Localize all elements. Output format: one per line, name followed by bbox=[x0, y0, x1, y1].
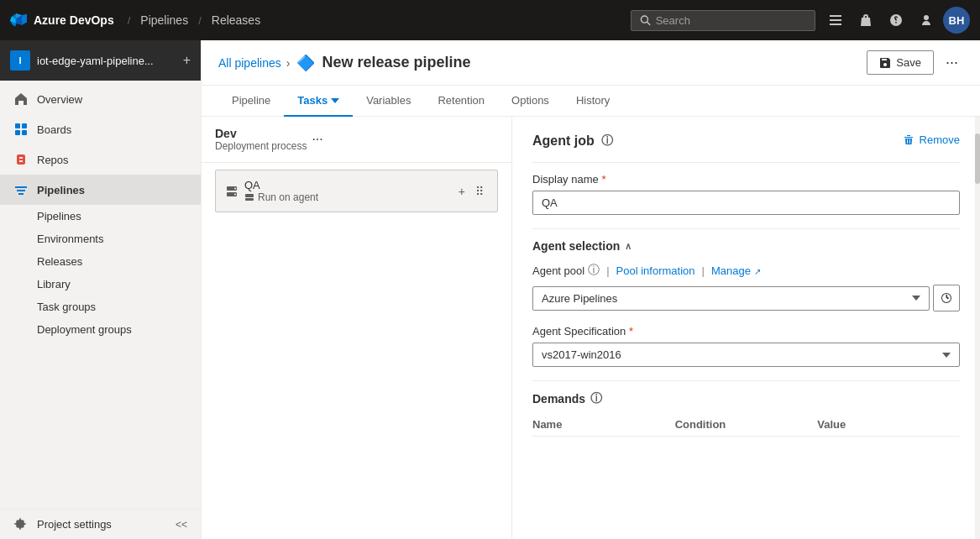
agent-pool-row: Agent pool ⓘ | Pool information | Manage… bbox=[532, 263, 960, 278]
tab-pipeline[interactable]: Pipeline bbox=[218, 86, 284, 117]
sidebar-subitem-library[interactable]: Library bbox=[0, 273, 201, 296]
svg-rect-2 bbox=[830, 15, 841, 17]
svg-rect-13 bbox=[245, 194, 254, 197]
svg-rect-7 bbox=[15, 130, 20, 135]
breadcrumb-pipelines[interactable]: Pipelines bbox=[140, 13, 188, 27]
demands-info-icon[interactable]: ⓘ bbox=[590, 391, 602, 406]
project-icon: I bbox=[10, 50, 30, 71]
agent-panel: Agent job ⓘ Remove Display name bbox=[512, 117, 980, 539]
agent-selection-title: Agent selection ∧ bbox=[532, 239, 960, 253]
tabs-bar: Pipeline Tasks Variables Retention Optio… bbox=[202, 86, 980, 117]
sidebar-item-project-settings[interactable]: Project settings << bbox=[0, 509, 201, 539]
page-title: 🔷 New release pipeline bbox=[296, 54, 470, 72]
remove-button[interactable]: Remove bbox=[903, 133, 960, 146]
demands-condition-col: Condition bbox=[675, 418, 818, 431]
sidebar-item-pipelines[interactable]: Pipelines bbox=[0, 175, 201, 205]
pipeline-icon: 🔷 bbox=[296, 54, 315, 72]
agent-pool-info-icon[interactable]: ⓘ bbox=[588, 263, 600, 278]
sidebar-subitem-deployment-groups[interactable]: Deployment groups bbox=[0, 318, 201, 341]
agent-job-info-icon[interactable]: ⓘ bbox=[601, 133, 613, 149]
qa-task-add-btn[interactable]: + bbox=[455, 183, 469, 200]
dev-stage-name: Dev bbox=[215, 127, 307, 140]
more-button[interactable]: ··· bbox=[941, 50, 963, 75]
breadcrumb-chevron: › bbox=[286, 56, 291, 70]
agent-selection-collapse[interactable]: ∧ bbox=[625, 241, 631, 252]
app-body: I iot-edge-yaml-pipeline... + Overview B… bbox=[0, 40, 980, 539]
sidebar-label-boards: Boards bbox=[37, 123, 71, 136]
qa-task-sub: Run on agent bbox=[244, 191, 448, 203]
sidebar-label-pipelines: Pipelines bbox=[37, 184, 85, 196]
tab-retention[interactable]: Retention bbox=[424, 86, 498, 117]
settings-icon bbox=[13, 517, 29, 532]
server-icon bbox=[226, 186, 238, 197]
breadcrumb-all-pipelines[interactable]: All pipelines bbox=[218, 56, 281, 70]
avatar[interactable]: BH bbox=[943, 7, 970, 34]
remove-label: Remove bbox=[920, 133, 960, 146]
divider3 bbox=[532, 380, 960, 381]
pool-information-link[interactable]: Pool information bbox=[616, 264, 695, 277]
manage-link[interactable]: Manage ↗ bbox=[711, 264, 761, 277]
sidebar-item-boards[interactable]: Boards bbox=[0, 114, 201, 144]
refresh-button[interactable] bbox=[933, 285, 960, 311]
sidebar-subitem-releases[interactable]: Releases bbox=[0, 250, 201, 273]
home-icon bbox=[13, 92, 29, 107]
demands-value-col: Value bbox=[817, 418, 960, 431]
sidebar-subitem-task-groups[interactable]: Task groups bbox=[0, 296, 201, 318]
dev-stage-header: Dev Deployment process ··· bbox=[202, 117, 511, 163]
sidebar-subitem-environments[interactable]: Environments bbox=[0, 228, 201, 250]
project-add-btn[interactable]: + bbox=[183, 53, 191, 68]
sidebar-label-overview: Overview bbox=[37, 93, 82, 106]
search-box[interactable] bbox=[631, 10, 815, 31]
search-input[interactable] bbox=[656, 14, 806, 27]
svg-point-12 bbox=[234, 193, 236, 195]
tab-variables[interactable]: Variables bbox=[353, 86, 424, 117]
sidebar-sublabel-task-groups: Task groups bbox=[37, 301, 96, 313]
shopping-bag-btn[interactable] bbox=[852, 7, 879, 34]
agent-spec-label: Agent Specification * bbox=[532, 325, 960, 338]
collapse-icon[interactable]: << bbox=[176, 519, 187, 531]
display-name-input[interactable] bbox=[532, 191, 960, 215]
repos-icon bbox=[13, 152, 29, 167]
tab-history[interactable]: History bbox=[563, 86, 623, 117]
agent-spec-required: * bbox=[629, 325, 633, 338]
project-header: I iot-edge-yaml-pipeline... + bbox=[0, 40, 201, 81]
sidebar-sublabel-library: Library bbox=[37, 278, 71, 290]
sidebar-item-overview[interactable]: Overview bbox=[0, 84, 201, 114]
divider1 bbox=[532, 162, 960, 163]
app-name: Azure DevOps bbox=[34, 13, 114, 27]
top-nav-icons: BH bbox=[822, 7, 970, 34]
save-icon bbox=[879, 57, 891, 69]
list-icon-btn[interactable] bbox=[822, 7, 849, 34]
project-name: iot-edge-yaml-pipeline... bbox=[37, 55, 176, 67]
save-label: Save bbox=[896, 56, 921, 69]
user-icon bbox=[920, 13, 933, 27]
tab-options[interactable]: Options bbox=[498, 86, 563, 117]
dev-stage-more-btn[interactable]: ··· bbox=[307, 130, 328, 149]
help-btn[interactable] bbox=[883, 7, 909, 34]
save-button[interactable]: Save bbox=[867, 50, 934, 75]
user-btn[interactable] bbox=[913, 7, 940, 34]
tab-tasks[interactable]: Tasks bbox=[284, 86, 353, 117]
refresh-icon bbox=[941, 292, 952, 304]
qa-task-drag-btn[interactable]: ⠿ bbox=[472, 183, 487, 200]
dev-stage-sub: Deployment process bbox=[215, 140, 307, 152]
qa-task-group-header[interactable]: QA Run on agent + ⠿ bbox=[216, 170, 497, 212]
agent-pool-select[interactable]: Azure Pipelines bbox=[532, 286, 930, 311]
agent-job-title: Agent job ⓘ bbox=[532, 133, 613, 149]
app-logo[interactable]: Azure DevOps bbox=[10, 12, 114, 29]
sidebar-subitem-pipelines[interactable]: Pipelines bbox=[0, 205, 201, 228]
header-actions: Save ··· bbox=[867, 50, 963, 75]
qa-task-name: QA bbox=[244, 179, 448, 191]
nav-separator: / bbox=[128, 14, 131, 27]
agent-spec-select[interactable]: vs2017-win2016 bbox=[532, 343, 960, 367]
pipeline-title: New release pipeline bbox=[322, 54, 470, 71]
run-on-agent-icon bbox=[244, 192, 254, 202]
help-icon bbox=[889, 13, 903, 27]
breadcrumb-releases[interactable]: Releases bbox=[212, 13, 260, 27]
qa-task-icon bbox=[226, 186, 238, 197]
pipe-sep2: | bbox=[702, 264, 705, 277]
sidebar-item-repos[interactable]: Repos bbox=[0, 144, 201, 175]
sidebar-sublabel-environments: Environments bbox=[37, 233, 103, 245]
nav-separator2: / bbox=[198, 14, 202, 27]
svg-rect-5 bbox=[15, 123, 20, 128]
